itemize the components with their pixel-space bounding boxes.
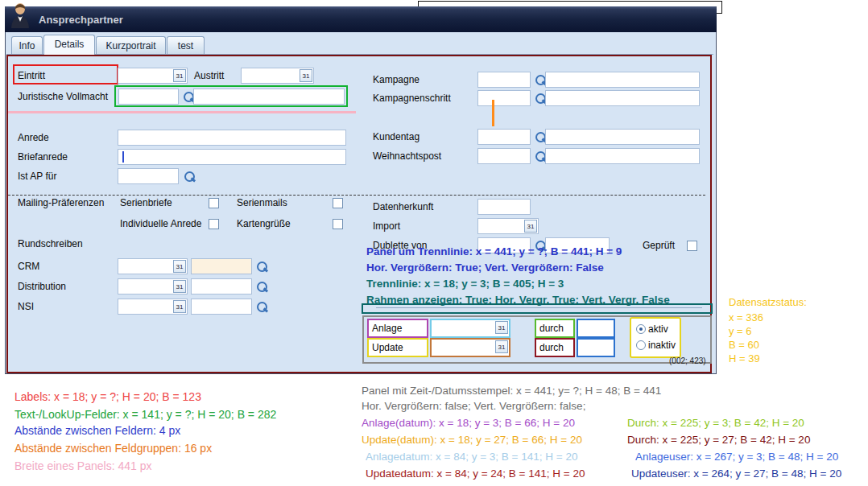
anlagedatum-calendar-icon[interactable]: 31 <box>495 321 508 334</box>
nsi-search-icon[interactable] <box>255 300 268 313</box>
update-highlight: Update <box>367 338 428 357</box>
weihnachtspost-text-field[interactable] <box>545 148 700 164</box>
eintritt-calendar-icon[interactable]: 31 <box>173 69 186 82</box>
annotation-hor-vergr-true: Hor. Vergrößern: True; Vert. Vergrößern:… <box>366 262 604 274</box>
kampagnenschritt-label: Kampagnenschritt <box>373 93 451 104</box>
briefanrede-field[interactable] <box>118 149 346 165</box>
aktiv-radio[interactable] <box>636 324 646 334</box>
datenherkunft-field[interactable] <box>477 199 531 215</box>
kampagnenschritt-id-field[interactable] <box>477 90 531 106</box>
window-title: Ansprechpartner <box>39 14 123 26</box>
ist-ap-fuer-field[interactable] <box>118 168 179 184</box>
annotation-trennlinie: Trennlinie: x = 18; y = 3; B = 405; H = … <box>366 278 564 290</box>
geprueft-label: Geprüft <box>643 240 675 251</box>
annotation-updatedatum: Updatedatum: x = 84; y = 24; B = 141; H … <box>366 467 585 480</box>
anrede-field[interactable] <box>118 130 346 146</box>
austritt-date-field[interactable]: 31 <box>241 68 314 84</box>
serienmails-checkbox[interactable] <box>333 198 343 208</box>
serienbriefe-label: Serienbriefe <box>120 197 172 208</box>
annotation-update-datum: Update(datum): x = 18; y = 27; B = 66; H… <box>362 434 582 446</box>
import-calendar-icon[interactable]: 31 <box>524 220 537 233</box>
serienmails-label: Serienmails <box>237 197 287 208</box>
crm-label: CRM <box>18 261 39 272</box>
durch1-label-field: durch <box>536 320 573 336</box>
ist-ap-fuer-search-icon[interactable] <box>183 170 196 183</box>
juristische-vollmacht-id-field[interactable] <box>118 89 179 105</box>
updateuser-field[interactable] <box>578 340 614 356</box>
annotation-breite-panel: Breite eines Panels: 441 px <box>14 459 151 472</box>
designer-coords: (002; 423) <box>669 356 706 365</box>
annotation-datensatz-b: B = 60 <box>729 339 759 351</box>
group-divider-pink <box>8 111 356 113</box>
annotation-labels: Labels: x = 18; y = ?; H = 20; B = 123 <box>14 390 201 403</box>
kampagnenschritt-text-field[interactable] <box>545 90 700 106</box>
nsi-label: NSI <box>18 301 34 312</box>
tab-kurzportrait[interactable]: Kurzportrait <box>96 36 166 55</box>
individuelle-anrede-checkbox[interactable] <box>209 219 219 229</box>
annotation-abstand-felder: Abstände zwischen Feldern: 4 px <box>14 424 180 437</box>
nsi-calendar-icon[interactable]: 31 <box>173 300 186 313</box>
distribution-date-field[interactable]: 31 <box>118 278 188 294</box>
mailing-praeferenzen-label: Mailing-Präferenzen <box>18 197 104 208</box>
trennlinie-separator <box>376 307 702 308</box>
kartengruesse-checkbox[interactable] <box>333 219 343 229</box>
nsi-date-field[interactable]: 31 <box>118 299 188 315</box>
distribution-label: Distribution <box>18 281 66 292</box>
anlageuser-field[interactable] <box>578 320 614 336</box>
eintritt-label: Eintritt <box>18 70 45 81</box>
annotation-anlagedatum: Anlagedatum: x = 84; y = 3; B = 141; H =… <box>366 451 577 463</box>
updatedatum-field[interactable]: 31 <box>432 340 509 356</box>
dashed-separator-line <box>8 195 705 196</box>
annotation-abstand-gruppen: Abstände zwischen Feldgruppen: 16 px <box>14 442 212 455</box>
anrede-label: Anrede <box>18 132 49 143</box>
durch2-highlight: durch <box>535 338 575 357</box>
kampagne-text-field[interactable] <box>545 72 700 88</box>
nsi-text-field[interactable] <box>191 299 252 315</box>
durch1-highlight: durch <box>535 319 575 338</box>
updateuser-highlight <box>577 338 615 357</box>
import-date-field[interactable]: 31 <box>477 218 539 234</box>
annotation-anlage-datum: Anlage(datum): x = 18; y = 3; B = 66; H … <box>362 417 575 429</box>
anlage-highlight: Anlage <box>367 319 428 338</box>
annotation-datensatz-y: y = 6 <box>729 325 752 337</box>
kundentag-label: Kundentag <box>373 131 420 142</box>
austritt-calendar-icon[interactable]: 31 <box>300 69 312 82</box>
geprueft-checkbox[interactable] <box>687 241 697 251</box>
annotation-datensatzstatus-title: Datensatzstatus: <box>729 296 807 308</box>
crm-text-field[interactable] <box>191 258 252 274</box>
anlagedatum-field[interactable]: 31 <box>432 320 509 336</box>
inaktiv-radio[interactable] <box>636 340 646 350</box>
annotation-panel-stamp: Panel mit Zeit-/Datumsstempel: x = 441; … <box>362 385 661 397</box>
updatedatum-calendar-icon[interactable]: 31 <box>495 340 508 353</box>
orange-marker-line <box>492 100 494 126</box>
serienbriefe-checkbox[interactable] <box>209 198 219 208</box>
kampagne-id-field[interactable] <box>477 72 531 88</box>
anlagedatum-highlight: 31 <box>430 319 510 338</box>
juristische-vollmacht-label: Juristische Vollmacht <box>18 91 108 102</box>
datensatzstatus-highlight: aktiv inaktiv <box>630 317 681 358</box>
weihnachtspost-label: Weihnachtspost <box>373 150 441 162</box>
distribution-search-icon[interactable] <box>255 280 268 293</box>
austritt-label: Austritt <box>194 70 224 81</box>
individuelle-anrede-label: Individuelle Anrede <box>120 218 201 229</box>
eintritt-date-field[interactable]: 31 <box>118 68 188 84</box>
import-label: Import <box>373 220 400 232</box>
inaktiv-radio-label: inaktiv <box>648 340 676 351</box>
crm-calendar-icon[interactable]: 31 <box>173 260 186 273</box>
distribution-text-field[interactable] <box>191 278 252 294</box>
datenherkunft-label: Datenherkunft <box>373 201 433 212</box>
kundentag-text-field[interactable] <box>545 129 700 145</box>
tab-info[interactable]: Info <box>11 36 43 55</box>
annotation-durch-green: Durch: x = 225; y = 3; B = 42; H = 20 <box>627 417 804 429</box>
distribution-calendar-icon[interactable]: 31 <box>173 280 186 293</box>
weihnachtspost-id-field[interactable] <box>477 148 531 164</box>
text-cursor <box>122 151 124 163</box>
juristische-vollmacht-text-field[interactable] <box>193 89 345 105</box>
tab-test[interactable]: test <box>167 36 205 55</box>
kundentag-id-field[interactable] <box>477 129 531 145</box>
tab-details[interactable]: Details <box>43 35 95 55</box>
annotation-hor-vergr-false: Hor. Vergrößern: false; Vert. Vergrößern… <box>362 400 585 412</box>
annotation-updateuser: Updateuser: x = 264; y = 27; B = 48; H =… <box>631 467 841 480</box>
crm-date-field[interactable]: 31 <box>118 258 188 274</box>
crm-search-icon[interactable] <box>255 260 268 273</box>
